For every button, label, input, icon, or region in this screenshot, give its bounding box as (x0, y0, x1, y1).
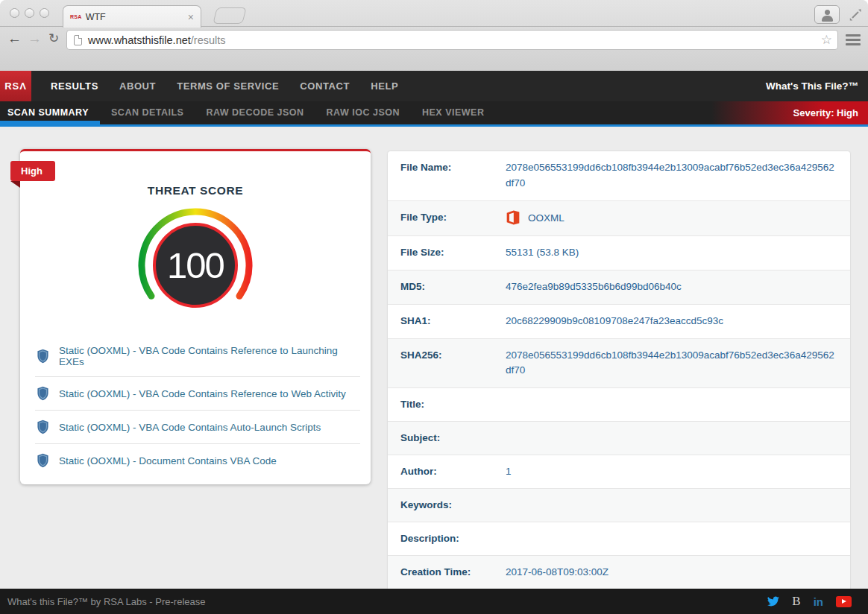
fullscreen-icon[interactable] (849, 8, 862, 22)
row-label: Subject: (388, 422, 494, 455)
threat-score-gauge: 100 (132, 206, 259, 326)
blog-icon[interactable]: B (792, 594, 800, 609)
tab-strip: RSA WTF × (0, 0, 868, 27)
shield-icon (37, 453, 49, 468)
table-row-sha1: SHA1: 20c68229909b9c08109708e247fa23eacc… (388, 305, 850, 339)
tab-close-icon[interactable]: × (188, 11, 194, 23)
office-icon (506, 210, 521, 225)
nav-item-terms[interactable]: TERMS OF SERVICE (166, 71, 289, 101)
table-row-creation-time: Creation Time: 2017-06-08T09:03:00Z (388, 556, 850, 590)
threat-score-value: 100 (153, 223, 238, 308)
row-value: 20c68229909b9c08109708e247fa23eaccd5c93c (494, 305, 850, 338)
main-nav: RSΛ RESULTS ABOUT TERMS OF SERVICE CONTA… (0, 71, 868, 101)
row-label: Description: (388, 522, 494, 555)
row-label: Title: (388, 388, 494, 421)
url-host: www.whatsthisfile.net (88, 34, 191, 46)
row-value: 2017-06-08T09:03:00Z (494, 556, 850, 589)
row-value (494, 422, 850, 455)
nav-item-help[interactable]: HELP (360, 71, 409, 101)
row-label: SHA256: (388, 339, 494, 388)
shield-icon (37, 420, 49, 434)
ribbon-fold (10, 181, 20, 188)
row-value: 476e2fea9b89d5335b6b6d99bd06b40c (494, 270, 850, 304)
file-details-table: File Name: 2078e056553199dd6cb108fb3944e… (388, 151, 850, 614)
severity-ribbon: High (10, 161, 55, 181)
close-window-button[interactable] (10, 8, 19, 18)
minimize-window-button[interactable] (25, 8, 34, 18)
row-value: 55131 (53.8 KB) (494, 236, 850, 270)
table-row-author: Author: 1 (388, 455, 850, 490)
table-row-md5: MD5: 476e2fea9b89d5335b6b6d99bd06b40c (388, 270, 850, 305)
row-label: File Type: (388, 201, 494, 235)
rsa-logo[interactable]: RSΛ (0, 71, 31, 101)
zoom-window-button[interactable] (40, 8, 49, 18)
row-value: 1 (494, 455, 850, 489)
url-bar[interactable]: www.whatsthisfile.net/results ☆ (66, 30, 838, 50)
row-value (494, 388, 850, 421)
profile-button[interactable] (814, 5, 840, 24)
row-label: Author: (388, 455, 494, 489)
findings-list: Static (OOXML) - VBA Code Contains Refer… (35, 336, 360, 477)
table-row-sha256: SHA256: 2078e056553199dd6cb108fb3944e2b1… (388, 339, 850, 389)
browser-toolbar: ← → ↻ www.whatsthisfile.net/results ☆ (0, 28, 868, 53)
row-label: MD5: (388, 270, 494, 304)
severity-badge: Severity: High (711, 101, 868, 124)
nav-item-about[interactable]: ABOUT (109, 71, 166, 101)
page-icon (74, 35, 82, 45)
nav-item-contact[interactable]: CONTACT (289, 71, 360, 101)
row-value (494, 489, 850, 522)
finding-text: Static (OOXML) - VBA Code Contains Refer… (59, 345, 360, 367)
threat-score-card: High THREAT SCORE 1 (20, 149, 371, 484)
browser-tab[interactable]: RSA WTF × (63, 5, 201, 28)
row-label: File Size: (388, 236, 494, 270)
footer-text: What's this File?™ by RSA Labs - Pre-rel… (0, 596, 205, 607)
table-row-subject: Subject: (388, 422, 850, 455)
finding-item[interactable]: Static (OOXML) - VBA Code Contains Refer… (35, 377, 360, 411)
window-controls (10, 8, 49, 18)
tab-title: WTF (86, 12, 188, 22)
tab-scan-summary[interactable]: SCAN SUMMARY (0, 101, 100, 124)
forward-button[interactable]: → (28, 31, 42, 47)
finding-item[interactable]: Static (OOXML) - Document Contains VBA C… (35, 444, 360, 477)
tab-scan-details[interactable]: SCAN DETAILS (100, 101, 195, 124)
url-path: /results (191, 34, 226, 46)
table-row-title: Title: (388, 388, 850, 422)
table-row-file-type: File Type: OOXML (388, 201, 850, 236)
finding-text: Static (OOXML) - VBA Code Contains Auto-… (59, 422, 321, 433)
person-icon (825, 10, 830, 15)
new-tab-button[interactable] (213, 7, 246, 24)
shield-icon (37, 349, 49, 364)
table-row-file-name: File Name: 2078e056553199dd6cb108fb3944e… (388, 151, 850, 201)
youtube-icon[interactable] (836, 596, 852, 607)
twitter-icon[interactable] (767, 596, 779, 607)
back-button[interactable]: ← (7, 31, 22, 47)
row-value: OOXML (494, 201, 850, 235)
tab-raw-decode-json[interactable]: RAW DECODE JSON (195, 101, 315, 124)
table-row-description: Description: (388, 522, 850, 556)
row-value: 2078e056553199dd6cb108fb3944e2b13009acab… (494, 151, 850, 200)
reload-button[interactable]: ↻ (48, 31, 59, 46)
finding-text: Static (OOXML) - VBA Code Contains Refer… (59, 388, 346, 399)
table-row-file-size: File Size: 55131 (53.8 KB) (388, 236, 850, 270)
page-content: High THREAT SCORE 1 (0, 127, 868, 614)
row-label: Creation Time: (388, 556, 494, 589)
table-row-keywords: Keywords: (388, 489, 850, 522)
tab-raw-ioc-json[interactable]: RAW IOC JSON (315, 101, 411, 124)
finding-item[interactable]: Static (OOXML) - VBA Code Contains Auto-… (35, 411, 360, 444)
finding-text: Static (OOXML) - Document Contains VBA C… (59, 455, 277, 466)
site-title: What's This File?™ (766, 71, 868, 101)
file-type-text: OOXML (528, 212, 564, 224)
row-label: File Name: (388, 151, 494, 200)
tab-hex-viewer[interactable]: HEX VIEWER (411, 101, 496, 124)
browser-chrome: RSA WTF × (0, 0, 868, 71)
menu-icon[interactable] (846, 34, 861, 45)
rsa-favicon: RSA (70, 14, 82, 19)
finding-item[interactable]: Static (OOXML) - VBA Code Contains Refer… (35, 336, 360, 377)
nav-item-results[interactable]: RESULTS (40, 71, 109, 101)
linkedin-icon[interactable]: in (814, 595, 823, 608)
page-footer: What's this File?™ by RSA Labs - Pre-rel… (0, 589, 868, 614)
bookmark-star-icon[interactable]: ☆ (821, 32, 832, 48)
threat-score-title: THREAT SCORE (20, 184, 371, 197)
row-label: SHA1: (388, 305, 494, 338)
row-value (494, 522, 850, 555)
